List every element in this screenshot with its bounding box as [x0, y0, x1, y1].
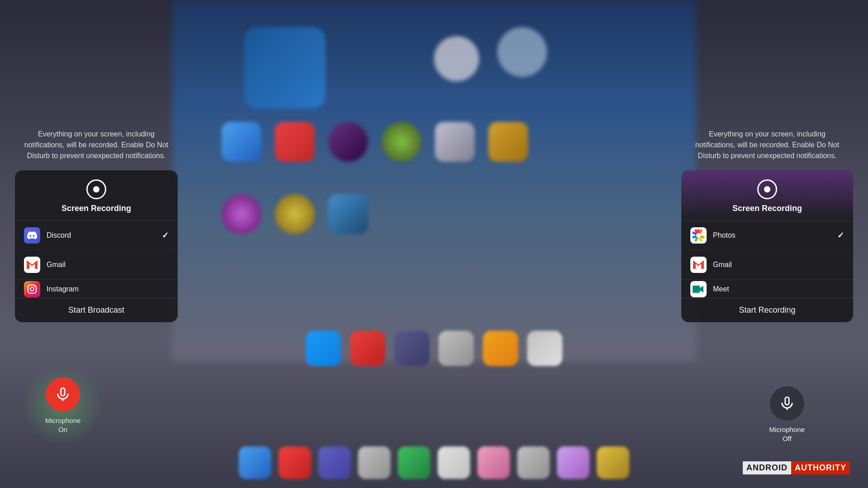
- right-photos-label: Photos: [713, 231, 837, 239]
- right-modal-title: Screen Recording: [732, 204, 802, 213]
- left-gmail-icon: [24, 257, 40, 273]
- start-recording-button[interactable]: Start Recording: [681, 298, 853, 322]
- watermark-android-text: ANDROID: [743, 461, 791, 474]
- center-circle-icon2: [497, 27, 547, 77]
- mic-container-right: Microphone Off: [769, 386, 805, 443]
- left-modal-title: Screen Recording: [61, 204, 131, 213]
- mic-off-label: Microphone Off: [769, 425, 805, 443]
- mic-off-label-line2: Off: [783, 435, 792, 442]
- photos-svg: [692, 229, 705, 242]
- right-modal-card: Screen Recording: [681, 170, 853, 322]
- mic-off-button[interactable]: [770, 386, 804, 421]
- gmail-svg: [26, 260, 38, 269]
- right-meet-label: Meet: [713, 285, 844, 293]
- right-photos-check: ✓: [837, 230, 844, 240]
- right-app-list: Photos ✓ Gmail: [681, 221, 853, 298]
- mic-off-label-line1: Microphone: [769, 426, 805, 433]
- dock-icon-5: [398, 446, 430, 479]
- right-meet-icon: [690, 281, 707, 297]
- gmail-svg2: [693, 260, 704, 269]
- mic-container-left: Microphone On: [45, 377, 80, 434]
- right-app-item-gmail[interactable]: Gmail: [681, 250, 853, 280]
- left-panel: Everything on your screen, including not…: [15, 129, 178, 322]
- dock-icon-10: [597, 446, 629, 479]
- dock-icon-4: [358, 446, 391, 479]
- dock-icon-7: [477, 446, 510, 479]
- right-app-item-meet[interactable]: Meet: [681, 280, 853, 298]
- meet-svg: [693, 285, 704, 294]
- middle-icons-row: [222, 122, 528, 162]
- right-record-icon-inner: [764, 186, 770, 192]
- right-panel: Everything on your screen, including not…: [681, 129, 853, 322]
- discord-icon: [24, 227, 40, 244]
- mic-on-icon: [55, 387, 71, 402]
- watermark-authority-text: AUTHORITY: [791, 461, 850, 474]
- dock-icon-9: [557, 446, 590, 479]
- center-circle-icon: [434, 36, 479, 81]
- left-app-item-discord[interactable]: Discord ✓: [15, 221, 178, 250]
- left-app-list: Discord ✓ Gmail: [15, 221, 178, 298]
- left-discord-check: ✓: [162, 230, 169, 240]
- right-app-item-photos[interactable]: Photos ✓: [681, 221, 853, 250]
- center-map-icon: [244, 27, 326, 108]
- mic-off-icon: [779, 396, 795, 411]
- dock-row: [172, 446, 696, 479]
- right-gmail-label: Gmail: [713, 261, 844, 269]
- bottom-icons-row: [222, 194, 368, 234]
- left-modal-header: Screen Recording: [15, 170, 178, 221]
- left-description: Everything on your screen, including not…: [15, 129, 178, 161]
- watermark: ANDROID AUTHORITY: [743, 461, 850, 474]
- left-instagram-label: Instagram: [47, 285, 169, 293]
- right-modal-header: Screen Recording: [681, 170, 853, 221]
- dock-icon-1: [239, 446, 271, 479]
- dock-icon-3: [318, 446, 351, 479]
- bg-icon-1: [306, 331, 341, 366]
- discord-svg: [27, 231, 37, 239]
- right-gmail-icon: [690, 257, 707, 273]
- left-discord-label: Discord: [47, 231, 162, 239]
- svg-rect-7: [693, 286, 700, 293]
- left-record-icon-inner: [93, 186, 99, 192]
- left-app-item-gmail[interactable]: Gmail: [15, 250, 178, 280]
- left-gmail-label: Gmail: [47, 261, 169, 269]
- bg-icon-3: [394, 331, 429, 366]
- bg-icon-6: [527, 331, 562, 366]
- instagram-svg: [27, 284, 37, 294]
- right-photos-icon: [690, 227, 707, 244]
- bg-icon-4: [439, 331, 474, 366]
- dock-icon-8: [517, 446, 550, 479]
- svg-point-5: [696, 233, 701, 238]
- bg-icon-5: [483, 331, 518, 366]
- left-app-item-instagram[interactable]: Instagram: [15, 280, 178, 298]
- dock-icon-6: [438, 446, 470, 479]
- svg-point-2: [30, 287, 34, 291]
- right-description: Everything on your screen, including not…: [681, 129, 853, 161]
- start-broadcast-button[interactable]: Start Broadcast: [15, 298, 178, 322]
- svg-point-3: [34, 286, 35, 287]
- left-instagram-icon: [24, 281, 40, 297]
- right-record-icon-circle: [757, 179, 777, 199]
- left-modal-card: Screen Recording Discord ✓: [15, 170, 178, 322]
- left-record-icon-circle: [86, 179, 106, 199]
- dock-icon-2: [278, 446, 311, 479]
- background-app-icons: [172, 331, 696, 366]
- mic-on-button[interactable]: [46, 377, 80, 412]
- bg-icon-2: [350, 331, 385, 366]
